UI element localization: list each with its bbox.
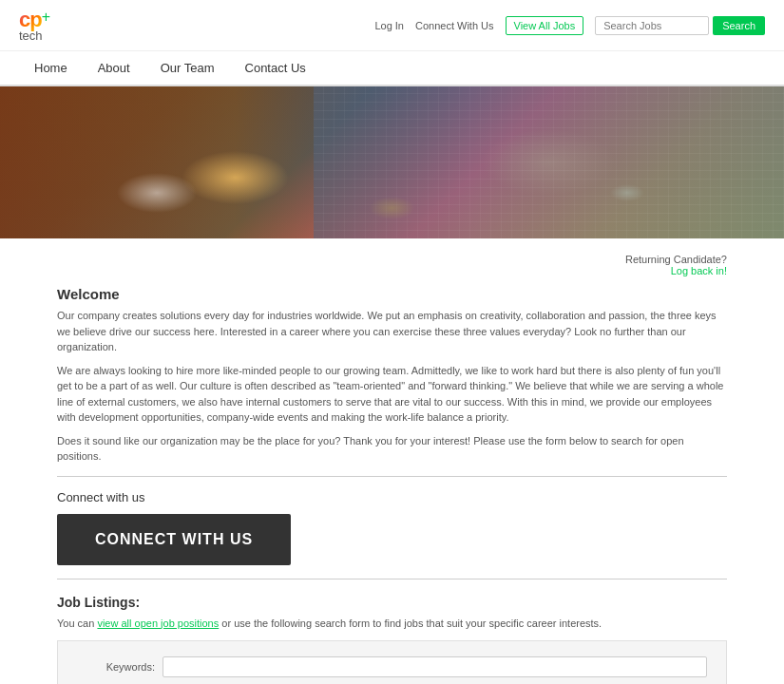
keywords-row: Keywords: [77,656,707,677]
returning-text: Returning Candidate? [625,254,727,265]
logo-tech-text: tech [19,28,50,43]
connect-with-us-link[interactable]: Connect With Us [415,20,494,31]
job-listings-suffix: or use the following search form to find… [219,618,602,629]
logo: cp+ tech [19,8,50,43]
job-search-form: Keywords: Category: (All) Position Type:… [57,640,727,685]
search-input[interactable] [595,16,709,35]
nav-about[interactable]: About [83,51,145,85]
search-button[interactable]: Search [713,16,765,35]
job-listings-title: Job Listings: [57,595,727,610]
connect-with-us-button[interactable]: CONNECT WITH US [57,514,291,565]
top-nav-links: Log In Connect With Us View All Jobs Sea… [374,16,765,35]
section-divider-2 [57,579,727,580]
top-bar: cp+ tech Log In Connect With Us View All… [0,0,784,51]
welcome-para2: We are always looking to hire more like-… [57,363,727,426]
main-nav: Home About Our Team Contact Us [0,51,784,86]
welcome-title: Welcome [57,286,727,302]
welcome-section: Welcome Our company creates solutions ev… [57,286,727,465]
section-divider-1 [57,476,727,477]
job-listings-description: You can view all open job positions or u… [57,618,727,629]
job-listings-section: Job Listings: You can view all open job … [57,595,727,685]
search-bar: Search [595,16,765,35]
keywords-input[interactable] [163,656,707,677]
view-all-positions-link[interactable]: view all open job positions [97,618,219,629]
view-all-jobs-button[interactable]: View All Jobs [506,16,584,35]
returning-candidate: Returning Candidate? Log back in! [57,254,727,276]
keywords-label: Keywords: [77,661,163,673]
connect-section: Connect with us CONNECT WITH US [57,490,727,565]
hero-buildings [314,86,784,238]
nav-contact-us[interactable]: Contact Us [230,51,321,85]
welcome-para1: Our company creates solutions every day … [57,308,727,355]
nav-home[interactable]: Home [19,51,83,85]
job-listings-prefix: You can [57,618,97,629]
hero-image [0,86,784,238]
connect-section-title: Connect with us [57,490,727,504]
welcome-para3: Does it sound like our organization may … [57,433,727,465]
content-area: Returning Candidate? Log back in! Welcom… [0,238,784,684]
logo-plus-icon: + [42,9,50,25]
log-back-in-link[interactable]: Log back in! [671,265,727,276]
nav-our-team[interactable]: Our Team [145,51,230,85]
login-link[interactable]: Log In [374,20,404,31]
